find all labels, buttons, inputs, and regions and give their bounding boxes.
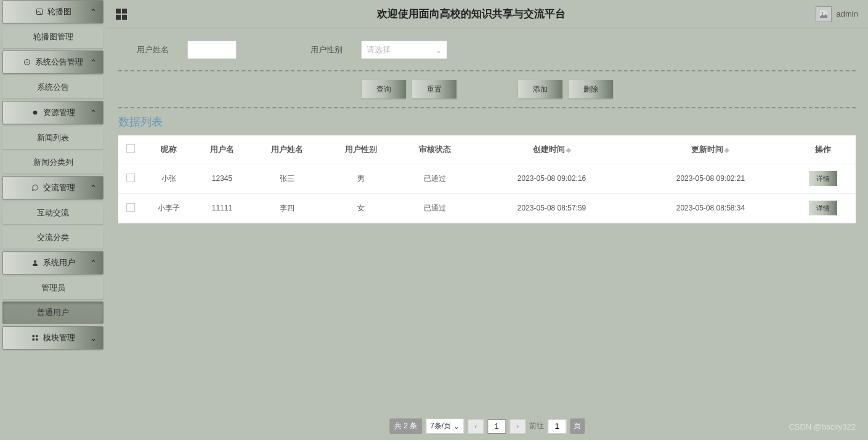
pager-current[interactable]: 1 <box>487 419 506 434</box>
column-header: 用户性别 <box>324 135 398 164</box>
menu-item[interactable]: 轮播图管理 <box>2 26 103 48</box>
user-area[interactable]: admin <box>816 6 858 22</box>
username: admin <box>837 9 858 18</box>
column-header: 审核状态 <box>398 135 472 164</box>
menu-header-4[interactable]: 系统用户⌃ <box>2 251 103 274</box>
pager-page-suffix: 页 <box>570 418 585 434</box>
row-checkbox[interactable] <box>126 203 135 212</box>
filter-gender-label: 用户性别 <box>310 44 343 55</box>
cell-status: 已通过 <box>398 193 472 223</box>
person-icon <box>31 258 39 267</box>
reset-button[interactable]: 重置 <box>412 80 456 98</box>
menu-item[interactable]: 管理员 <box>2 277 103 299</box>
menu-header-1[interactable]: 系统公告管理⌃ <box>2 50 103 74</box>
cell-created: 2023-05-08 09:02:16 <box>473 164 631 193</box>
cell-name: 张三 <box>250 164 324 193</box>
svg-rect-8 <box>33 338 35 341</box>
menu-header-label: 交流管理 <box>43 182 75 193</box>
dot-icon <box>31 108 39 117</box>
cell-updated: 2023-05-08 08:58:34 <box>631 193 790 223</box>
topbar: 欢迎使用面向高校的知识共享与交流平台 admin <box>106 0 868 28</box>
sort-icon: ◆ <box>566 146 571 153</box>
detail-button[interactable]: 详情 <box>809 171 837 186</box>
cell-username: 12345 <box>194 164 249 193</box>
menu-item[interactable]: 新闻分类列 <box>2 151 103 174</box>
chevron-up-icon: ⌃ <box>90 183 97 193</box>
cell-nickname: 小张 <box>143 164 194 193</box>
cell-nickname: 小李子 <box>143 193 194 223</box>
svg-point-4 <box>33 111 38 115</box>
menu-item[interactable]: 新闻列表 <box>2 127 103 149</box>
menu-header-label: 系统公告管理 <box>35 57 83 68</box>
column-header: 用户名 <box>194 135 249 164</box>
divider <box>118 70 856 71</box>
pager-prev[interactable]: ‹ <box>468 419 484 434</box>
svg-rect-6 <box>33 335 35 338</box>
table-row: 小李子11111李四女已通过2023-05-08 08:57:592023-05… <box>118 193 856 223</box>
column-header: 昵称 <box>143 135 194 164</box>
menu-header-2[interactable]: 资源管理⌃ <box>2 101 103 124</box>
svg-point-11 <box>821 12 823 14</box>
chevron-up-icon: ⌃ <box>90 108 97 118</box>
watermark: CSDN @bscxy322 <box>789 422 856 431</box>
cell-status: 已通过 <box>398 164 472 193</box>
pagination: 共 2 条 7条/页 ⌄ ‹ 1 › 前往 页 <box>389 418 585 434</box>
pager-goto-label: 前往 <box>529 421 544 431</box>
cell-username: 11111 <box>194 193 249 223</box>
detail-button[interactable]: 详情 <box>809 201 837 215</box>
column-header: 操作 <box>790 135 856 164</box>
select-placeholder: 请选择 <box>367 44 391 55</box>
content: 用户姓名 用户性别 请选择 ⌄ 查询 重置 添加 删除 数据列表 <box>106 28 868 440</box>
pager-per-page[interactable]: 7条/页 ⌄ <box>426 418 464 434</box>
chevron-down-icon: ⌄ <box>90 334 97 343</box>
query-button[interactable]: 查询 <box>362 80 406 98</box>
image-icon <box>35 7 44 16</box>
divider <box>118 107 856 108</box>
menu-item[interactable]: 交流分类 <box>2 226 103 249</box>
chevron-down-icon: ⌄ <box>435 46 442 55</box>
menu-header-5[interactable]: 模块管理⌄ <box>2 326 103 350</box>
add-button[interactable]: 添加 <box>518 80 562 98</box>
menu-header-3[interactable]: 交流管理⌃ <box>2 176 103 199</box>
cell-name: 李四 <box>250 193 324 223</box>
menu-header-label: 模块管理 <box>43 332 75 343</box>
chevron-up-icon: ⌃ <box>90 7 97 17</box>
filter-row: 用户姓名 用户性别 请选择 ⌄ <box>118 41 856 70</box>
list-title: 数据列表 <box>118 114 856 129</box>
menu-item[interactable]: 互动交流 <box>2 202 103 224</box>
filter-name-input[interactable] <box>187 41 237 59</box>
column-header[interactable]: 创建时间◆ <box>473 135 631 164</box>
sort-icon: ◆ <box>724 146 729 153</box>
menu-header-0[interactable]: 轮播图⌃ <box>2 0 103 23</box>
cell-created: 2023-05-08 08:57:59 <box>473 193 631 223</box>
row-checkbox[interactable] <box>126 174 135 182</box>
info-icon <box>23 58 31 66</box>
svg-rect-9 <box>36 338 38 341</box>
chevron-up-icon: ⌃ <box>90 258 97 268</box>
svg-point-5 <box>34 260 36 263</box>
column-header: 用户姓名 <box>250 135 324 164</box>
column-header[interactable]: 更新时间◆ <box>631 135 790 164</box>
cell-gender: 女 <box>324 193 398 223</box>
menu-toggle-icon[interactable] <box>116 9 127 20</box>
cell-gender: 男 <box>324 164 398 193</box>
cell-updated: 2023-05-08 09:02:21 <box>631 164 790 193</box>
main: 欢迎使用面向高校的知识共享与交流平台 admin 用户姓名 用户性别 请选择 ⌄ <box>106 0 868 440</box>
filter-name-label: 用户姓名 <box>137 44 169 55</box>
delete-button[interactable]: 删除 <box>569 80 613 98</box>
chevron-down-icon: ⌄ <box>453 422 460 431</box>
menu-item[interactable]: 普通用户 <box>2 302 103 324</box>
pager-goto-input[interactable] <box>548 419 566 434</box>
filter-gender-select[interactable]: 请选择 ⌄ <box>361 41 447 59</box>
chat-icon <box>31 183 39 192</box>
page-title: 欢迎使用面向高校的知识共享与交流平台 <box>127 7 816 21</box>
svg-rect-7 <box>36 335 38 338</box>
data-table: 昵称用户名用户姓名用户性别审核状态创建时间◆更新时间◆操作 小张12345张三男… <box>118 135 856 223</box>
pager-next[interactable]: › <box>509 419 525 434</box>
checkbox-all[interactable] <box>126 144 135 153</box>
pager-total: 共 2 条 <box>389 418 422 434</box>
menu-item[interactable]: 系统公告 <box>2 76 103 98</box>
table-row: 小张12345张三男已通过2023-05-08 09:02:162023-05-… <box>118 164 856 193</box>
menu-header-label: 系统用户 <box>43 257 75 268</box>
menu-header-label: 资源管理 <box>43 107 75 118</box>
